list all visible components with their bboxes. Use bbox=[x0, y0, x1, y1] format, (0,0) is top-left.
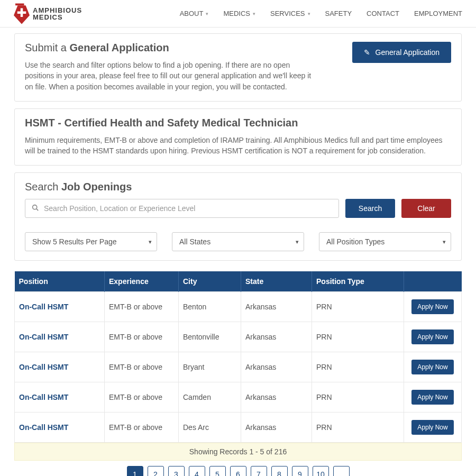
page-5[interactable]: 5 bbox=[209, 466, 226, 476]
cell-experience: EMT-B or above bbox=[105, 322, 179, 352]
results-per-page-select[interactable]: Show 5 Results Per Page bbox=[25, 232, 157, 251]
cell-state: Arkansas bbox=[241, 382, 312, 413]
table-row: On-Call HSMTEMT-B or aboveBentonArkansas… bbox=[15, 292, 462, 322]
cell-type: PRN bbox=[312, 382, 404, 413]
cell-action: Apply Now bbox=[404, 292, 462, 322]
cell-type: PRN bbox=[312, 292, 404, 322]
cell-action: Apply Now bbox=[404, 413, 462, 443]
general-application-button[interactable]: ✎ General Application bbox=[352, 42, 451, 63]
cell-position: On-Call HSMT bbox=[15, 322, 105, 352]
general-application-panel: Submit a General Application Use the sea… bbox=[14, 33, 462, 102]
panel-title: Search Job Openings bbox=[25, 181, 451, 193]
cell-action: Apply Now bbox=[404, 322, 462, 352]
cell-state: Arkansas bbox=[241, 352, 312, 382]
cell-type: PRN bbox=[312, 352, 404, 382]
brand-line2: MEDICS bbox=[33, 14, 82, 21]
openings-table: Position Experience City State Position … bbox=[14, 271, 462, 443]
cell-experience: EMT-B or above bbox=[105, 352, 179, 382]
search-box[interactable] bbox=[25, 199, 339, 218]
page-8[interactable]: 8 bbox=[271, 466, 288, 476]
logo-icon bbox=[14, 3, 30, 25]
position-link[interactable]: On-Call HSMT bbox=[19, 393, 68, 401]
col-city[interactable]: City bbox=[179, 271, 241, 292]
cell-action: Apply Now bbox=[404, 352, 462, 382]
svg-line-4 bbox=[36, 209, 38, 210]
chevron-down-icon: ▾ bbox=[253, 11, 255, 16]
cell-action: Apply Now bbox=[404, 382, 462, 413]
search-input[interactable] bbox=[44, 204, 332, 213]
cell-type: PRN bbox=[312, 322, 404, 352]
position-type-select[interactable]: All Position Types bbox=[319, 232, 451, 251]
page-6[interactable]: 6 bbox=[230, 466, 246, 476]
col-action bbox=[404, 271, 462, 292]
nav-about[interactable]: ABOUT▾ bbox=[180, 10, 209, 17]
cell-state: Arkansas bbox=[241, 413, 312, 443]
nav-employment[interactable]: EMPLOYMENT bbox=[414, 10, 462, 17]
cell-city: Bryant bbox=[179, 352, 241, 382]
page-1[interactable]: 1 bbox=[127, 466, 143, 476]
cell-city: Des Arc bbox=[179, 413, 241, 443]
table-row: On-Call HSMTEMT-B or aboveBentonvilleArk… bbox=[15, 322, 462, 352]
panel-title: HSMT - Certified Health and Safety Medic… bbox=[25, 117, 451, 129]
search-button[interactable]: Search bbox=[345, 199, 395, 218]
page-7[interactable]: 7 bbox=[251, 466, 267, 476]
cell-city: Camden bbox=[179, 382, 241, 413]
position-link[interactable]: On-Call HSMT bbox=[19, 423, 68, 432]
search-panel: Search Job Openings Search Clear Show 5 … bbox=[14, 172, 462, 261]
page-10[interactable]: 10 bbox=[313, 466, 329, 476]
cell-experience: EMT-B or above bbox=[105, 382, 179, 413]
svg-rect-2 bbox=[17, 11, 26, 14]
clear-button[interactable]: Clear bbox=[401, 199, 451, 218]
search-icon bbox=[32, 204, 39, 213]
nav-contact[interactable]: CONTACT bbox=[367, 10, 399, 17]
table-row: On-Call HSMTEMT-B or aboveDes ArcArkansa… bbox=[15, 413, 462, 443]
cell-position: On-Call HSMT bbox=[15, 292, 105, 322]
position-link[interactable]: On-Call HSMT bbox=[19, 363, 68, 371]
page-ellipsis[interactable]: ... bbox=[333, 466, 350, 476]
pencil-icon: ✎ bbox=[364, 48, 370, 57]
nav-safety[interactable]: SAFETY bbox=[325, 10, 352, 17]
col-state[interactable]: State bbox=[241, 271, 312, 292]
page-3[interactable]: 3 bbox=[168, 466, 185, 476]
page-4[interactable]: 4 bbox=[189, 466, 205, 476]
cell-experience: EMT-B or above bbox=[105, 292, 179, 322]
main-nav: ABOUT▾ MEDICS▾ SERVICES▾ SAFETY CONTACT … bbox=[180, 10, 462, 17]
cell-experience: EMT-B or above bbox=[105, 413, 179, 443]
chevron-down-icon: ▾ bbox=[206, 11, 208, 16]
table-row: On-Call HSMTEMT-B or aboveCamdenArkansas… bbox=[15, 382, 462, 413]
apply-button[interactable]: Apply Now bbox=[411, 360, 453, 374]
chevron-down-icon: ▾ bbox=[308, 11, 310, 16]
col-experience[interactable]: Experience bbox=[105, 271, 179, 292]
cell-city: Benton bbox=[179, 292, 241, 322]
cell-position: On-Call HSMT bbox=[15, 352, 105, 382]
col-type[interactable]: Position Type bbox=[312, 271, 404, 292]
state-select[interactable]: All States bbox=[172, 232, 304, 251]
col-position[interactable]: Position bbox=[15, 271, 105, 292]
svg-rect-0 bbox=[15, 3, 24, 5]
pagination: 12345678910... bbox=[14, 466, 462, 476]
panel-text: Use the search and filter options below … bbox=[25, 60, 321, 92]
cell-state: Arkansas bbox=[241, 322, 312, 352]
position-link[interactable]: On-Call HSMT bbox=[19, 303, 68, 311]
apply-button[interactable]: Apply Now bbox=[411, 299, 453, 314]
position-link[interactable]: On-Call HSMT bbox=[19, 333, 68, 341]
nav-medics[interactable]: MEDICS▾ bbox=[223, 10, 255, 17]
table-row: On-Call HSMTEMT-B or aboveBryantArkansas… bbox=[15, 352, 462, 382]
apply-button[interactable]: Apply Now bbox=[411, 329, 453, 344]
panel-text: Minimum requirements, EMT-B or above and… bbox=[25, 135, 451, 157]
cell-state: Arkansas bbox=[241, 292, 312, 322]
apply-button[interactable]: Apply Now bbox=[411, 420, 453, 435]
cell-position: On-Call HSMT bbox=[15, 413, 105, 443]
top-nav: AMPHIBIOUS MEDICS ABOUT▾ MEDICS▾ SERVICE… bbox=[0, 0, 476, 28]
cell-position: On-Call HSMT bbox=[15, 382, 105, 413]
cell-type: PRN bbox=[312, 413, 404, 443]
nav-services[interactable]: SERVICES▾ bbox=[270, 10, 310, 17]
page-9[interactable]: 9 bbox=[292, 466, 308, 476]
records-summary: Showing Records 1 - 5 of 216 bbox=[14, 443, 462, 461]
panel-title: Submit a General Application bbox=[25, 42, 321, 54]
page-2[interactable]: 2 bbox=[148, 466, 164, 476]
brand-line1: AMPHIBIOUS bbox=[33, 7, 82, 14]
apply-button[interactable]: Apply Now bbox=[411, 390, 453, 405]
hsmt-info-panel: HSMT - Certified Health and Safety Medic… bbox=[14, 108, 462, 166]
brand-logo[interactable]: AMPHIBIOUS MEDICS bbox=[14, 3, 82, 25]
